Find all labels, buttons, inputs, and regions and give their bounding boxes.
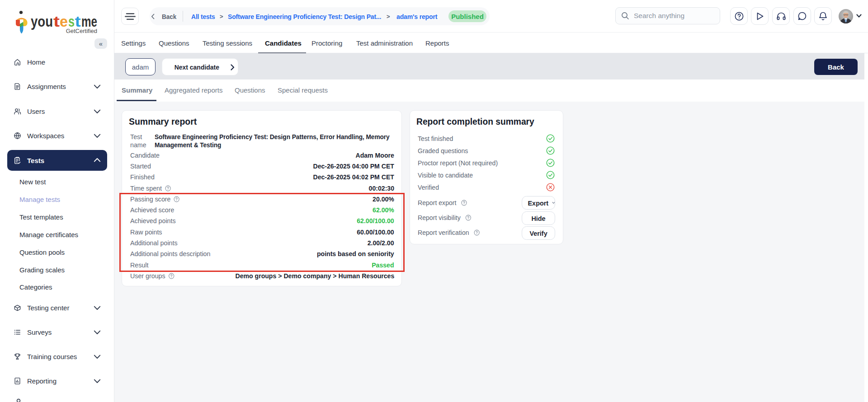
svg-text:t: t <box>53 13 60 30</box>
svg-text:GetCertified: GetCertified <box>66 28 97 34</box>
svg-text:you: you <box>31 13 53 30</box>
